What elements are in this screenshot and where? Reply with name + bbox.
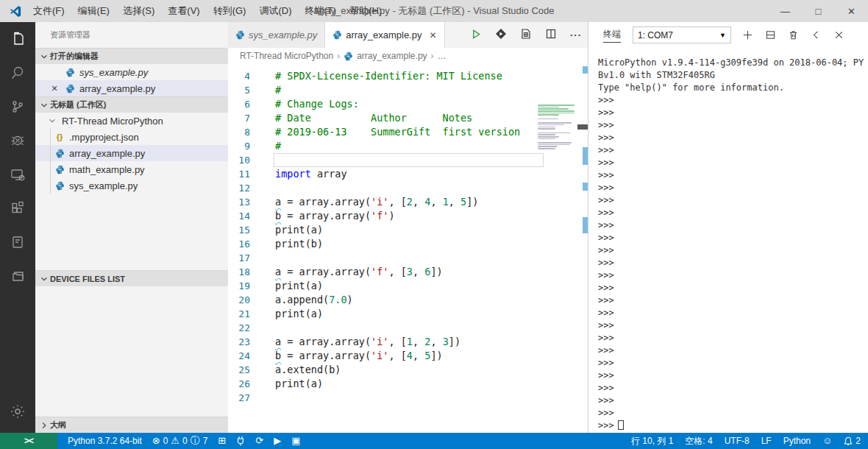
repl-prompt: >>> (598, 144, 868, 157)
code-text: import array (260, 167, 347, 181)
code-line[interactable]: 25a.extend(b) (228, 363, 588, 377)
code-line[interactable]: 24b = array.array('i', [4, 5]) (228, 349, 588, 363)
open-editor-item[interactable]: sys_example.py (35, 64, 228, 80)
explorer-icon[interactable] (0, 22, 35, 56)
code-line[interactable]: 5# (228, 83, 588, 97)
device-icon[interactable] (0, 158, 35, 191)
minimap[interactable] (538, 105, 576, 152)
folders-icon[interactable] (0, 259, 35, 293)
feedback-smiley-icon[interactable]: ☺ (822, 433, 832, 449)
section-device-files[interactable]: DEVICE FILES LIST (35, 270, 228, 286)
tree-file-item[interactable]: array_example.py (35, 145, 228, 161)
line-number: 10 (228, 153, 260, 167)
tree-file-item[interactable]: {}.mpyproject.json (35, 129, 228, 145)
code-line[interactable]: 8# 2019-06-13 SummerGift first version (228, 125, 588, 139)
code-line[interactable]: 10 (228, 153, 588, 167)
open-preview-button[interactable] (520, 28, 532, 42)
tab-array-example[interactable]: array_example.py ✕ (325, 22, 444, 48)
chevron-right-icon (38, 420, 50, 431)
cursor-position-item[interactable]: 行 10, 列 1 (631, 435, 673, 448)
tree-file-item[interactable]: sys_example.py (35, 177, 228, 194)
tree-file-item[interactable]: math_example.py (35, 161, 228, 177)
code-line[interactable]: 6# Change Logs: (228, 97, 588, 111)
code-line[interactable]: 21print(a) (228, 307, 588, 321)
section-workspace[interactable]: 无标题 (工作区) (35, 96, 228, 113)
open-editor-item[interactable]: ✕array_example.py (35, 80, 228, 96)
code-line[interactable]: 23a = array.array('i', [1, 2, 3]) (228, 335, 588, 349)
menu-v[interactable]: 查看(V) (161, 0, 206, 22)
code-line[interactable]: 9# (228, 139, 588, 153)
add-device-button[interactable]: ⊞ (218, 433, 226, 449)
window-title: array_example.py - 无标题 (工作区) - Visual St… (313, 4, 554, 18)
section-outline[interactable]: 大纲 (35, 417, 228, 433)
code-line[interactable]: 14b = array.array('f') (228, 209, 588, 223)
terminal-output[interactable]: MicroPython v1.9.4-114-g309fe39d on 2018… (588, 48, 868, 433)
menu-d[interactable]: 调试(D) (252, 0, 298, 22)
overview-marker (583, 183, 588, 191)
sync-download-button[interactable] (495, 28, 507, 42)
gear-icon[interactable] (0, 395, 35, 428)
menu-e[interactable]: 编辑(E) (71, 0, 116, 22)
tab-terminal[interactable]: 终端 (603, 28, 621, 43)
split-editor-button[interactable] (545, 28, 557, 42)
close-button[interactable]: ✕ (835, 0, 868, 22)
menu-s[interactable]: 选择(S) (116, 0, 161, 22)
kill-terminal-button[interactable] (787, 29, 799, 41)
problems-item[interactable]: ⊗0 ⚠0 ⓘ7 (152, 433, 208, 449)
code-line[interactable]: 13a = array.array('i', [2, 4, 1, 5]) (228, 195, 588, 209)
code-text: # SPDX-License-Identifier: MIT License (260, 69, 502, 83)
tab-sys-example[interactable]: sys_example.py (228, 22, 325, 48)
menu-g[interactable]: 转到(G) (207, 0, 253, 22)
code-line[interactable]: 11import array (228, 167, 588, 181)
source-control-icon[interactable] (0, 90, 35, 124)
breadcrumb-folder[interactable]: RT-Thread MicroPython (240, 51, 333, 61)
code-line[interactable]: 18a = array.array('f', [3, 6]) (228, 265, 588, 279)
chevron-left-icon[interactable] (810, 29, 822, 41)
more-actions-button[interactable]: ··· (570, 29, 582, 40)
code-line[interactable]: 26print(a) (228, 377, 588, 391)
search-icon[interactable] (0, 56, 35, 90)
debug-icon[interactable] (0, 124, 35, 158)
breadcrumb-file[interactable]: array_example.py (357, 51, 427, 61)
terminal-banner-line: Type "help()" for more information. (598, 82, 868, 94)
new-terminal-button[interactable] (741, 29, 753, 41)
close-panel-button[interactable] (833, 29, 844, 41)
tab-close-icon[interactable]: ✕ (430, 30, 437, 40)
encoding-item[interactable]: UTF-8 (725, 436, 750, 446)
indentation-item[interactable]: 空格: 4 (685, 435, 712, 448)
code-line[interactable]: 27 (228, 391, 588, 405)
run-file-button[interactable] (471, 29, 482, 42)
plug-connect-button[interactable] (236, 436, 245, 446)
notebook-icon[interactable] (0, 225, 35, 259)
extensions-icon[interactable] (0, 191, 35, 225)
code-line[interactable]: 19print(a) (228, 279, 588, 293)
maximize-button[interactable]: □ (802, 0, 835, 22)
code-text (260, 391, 275, 405)
section-open-editors[interactable]: 打开的编辑器 (35, 48, 228, 64)
split-terminal-button[interactable] (764, 29, 776, 41)
notifications-bell[interactable]: 2 (844, 436, 861, 446)
python-interpreter-item[interactable]: Python 3.7.2 64-bit (68, 436, 142, 446)
eol-item[interactable]: LF (761, 436, 772, 446)
line-number: 8 (228, 125, 260, 139)
minimize-button[interactable]: — (769, 0, 802, 22)
code-line[interactable]: 15print(a) (228, 223, 588, 237)
tree-folder-rtthread[interactable]: RT-Thread MicroPython (35, 113, 228, 129)
language-mode-item[interactable]: Python (783, 436, 811, 446)
code-editor[interactable]: 4# SPDX-License-Identifier: MIT License5… (228, 64, 588, 433)
menu-f[interactable]: 文件(F) (26, 0, 71, 22)
close-icon[interactable]: ✕ (49, 84, 60, 93)
code-line[interactable]: 7# Date Author Notes (228, 111, 588, 125)
code-line[interactable]: 20a.append(7.0) (228, 293, 588, 307)
remote-indicator[interactable]: >< (0, 433, 57, 449)
code-line[interactable]: 12 (228, 181, 588, 195)
code-line[interactable]: 4# SPDX-License-Identifier: MIT License (228, 69, 588, 83)
stop-button[interactable]: ▣ (291, 433, 300, 449)
terminal-selector-dropdown[interactable]: 1: COM7 ▼ (633, 26, 731, 43)
code-line[interactable]: 22 (228, 321, 588, 335)
run-button[interactable]: ▶ (274, 433, 281, 449)
code-line[interactable]: 16print(b) (228, 237, 588, 251)
breadcrumb-more[interactable]: … (438, 51, 447, 61)
code-line[interactable]: 17 (228, 251, 588, 265)
sync-button[interactable]: ⟳ (255, 433, 263, 449)
